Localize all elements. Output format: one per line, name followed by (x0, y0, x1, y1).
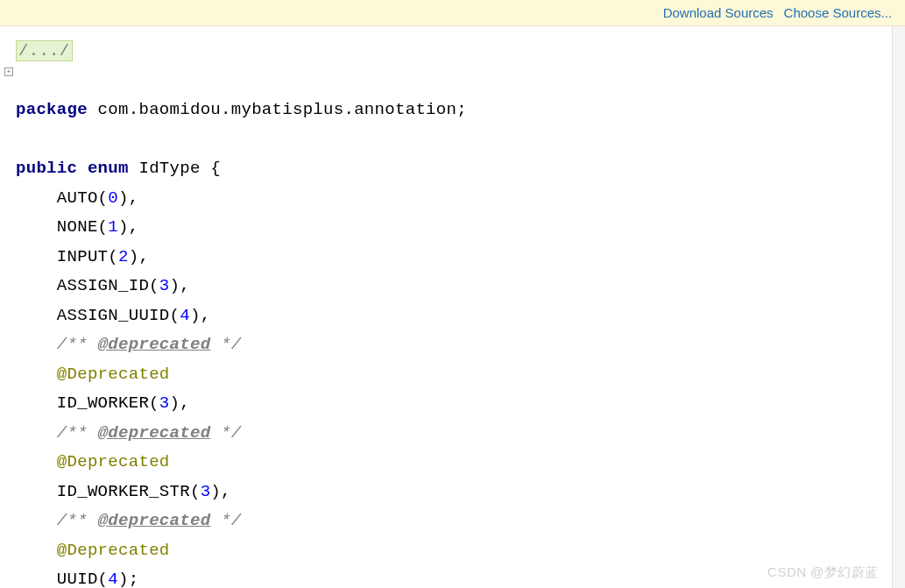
javadoc-comment: /** (16, 423, 98, 443)
deprecated-annotation: @Deprecated (57, 541, 170, 560)
package-statement: com.baomidou.mybatisplus.annotation; (88, 100, 467, 119)
editor-gutter: + (0, 26, 16, 588)
fold-expand-icon[interactable]: + (4, 67, 13, 76)
enum-assign-id: ASSIGN_ID( (16, 276, 159, 295)
enum-uuid-value: 4 (108, 570, 118, 588)
enum-input-value: 2 (118, 247, 129, 266)
keyword-public: public (16, 159, 77, 178)
enum-auto-value: 0 (108, 188, 118, 208)
enum-id-worker: ID_WORKER( (16, 393, 159, 413)
enum-id-worker-str: ID_WORKER_STR( (16, 482, 201, 501)
deprecated-tag: @deprecated (98, 335, 211, 354)
enum-input: INPUT( (16, 247, 118, 266)
keyword-package: package (16, 100, 88, 119)
notification-bar: Download Sources Choose Sources... (0, 0, 905, 26)
deprecated-annotation: @Deprecated (57, 452, 170, 471)
enum-none-value: 1 (108, 217, 118, 237)
deprecated-annotation: @Deprecated (57, 365, 170, 384)
enum-none: NONE( (16, 217, 108, 237)
class-declaration: IdType { (129, 159, 221, 178)
enum-uuid: UUID( (16, 570, 108, 588)
enum-id-worker-str-value: 3 (201, 482, 211, 501)
folded-block[interactable]: /.../ (16, 40, 73, 61)
javadoc-comment: /** (16, 511, 98, 530)
enum-auto: AUTO( (16, 188, 108, 208)
javadoc-comment: /** (16, 335, 98, 354)
enum-assign-uuid-value: 4 (180, 306, 190, 325)
enum-assign-id-value: 3 (159, 276, 170, 295)
vertical-scrollbar[interactable] (892, 26, 905, 588)
keyword-enum: enum (77, 159, 129, 178)
deprecated-tag: @deprecated (98, 423, 211, 443)
enum-id-worker-value: 3 (159, 393, 170, 413)
choose-sources-link[interactable]: Choose Sources... (784, 5, 892, 20)
watermark-text: CSDN @梦幻蔚蓝 (767, 564, 879, 581)
deprecated-tag: @deprecated (98, 511, 211, 530)
download-sources-link[interactable]: Download Sources (663, 5, 774, 20)
enum-assign-uuid: ASSIGN_UUID( (16, 306, 180, 325)
code-editor[interactable]: /.../ package com.baomidou.mybatisplus.a… (16, 26, 892, 588)
